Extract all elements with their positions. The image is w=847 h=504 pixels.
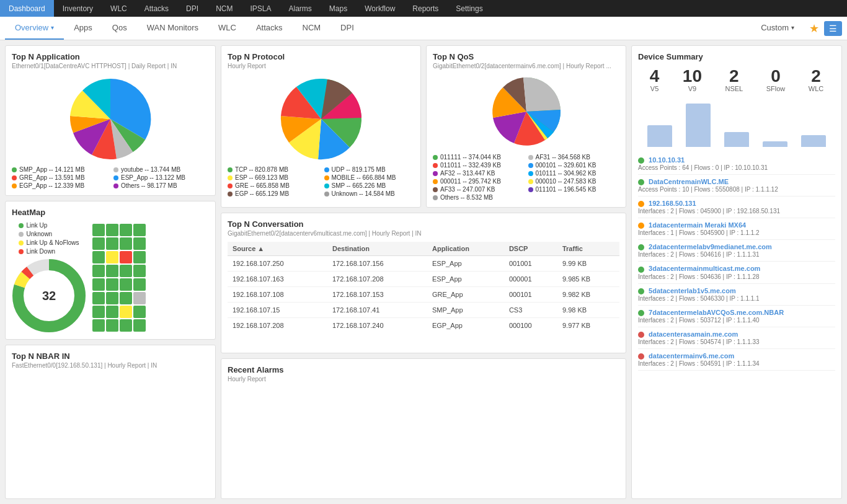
legend-dot bbox=[433, 171, 438, 176]
table-row[interactable]: 192.168.107.250 172.168.107.156 ESP_App … bbox=[228, 256, 619, 272]
table-row[interactable]: 192.168.107.108 172.168.107.153 GRE_App … bbox=[228, 287, 619, 303]
topn-qos-subtitle: GigabitEthernet0/2[datacentermainv6.me.c… bbox=[433, 63, 619, 69]
heatmap-cell bbox=[120, 224, 132, 236]
chevron-down-icon: ▾ bbox=[791, 24, 794, 31]
subnav-ncm[interactable]: NCM bbox=[293, 17, 331, 40]
legend-dot bbox=[528, 171, 533, 176]
cell-source: 192.168.107.108 bbox=[228, 287, 327, 303]
legend-item: Unknown -- 14.584 MB bbox=[324, 190, 415, 197]
device-list-item[interactable]: 7datacentermelabAVCQoS.me.com.NBAR Inter… bbox=[638, 306, 835, 327]
cell-application: EGP_App bbox=[427, 318, 504, 334]
nav-dashboard[interactable]: Dashboard bbox=[0, 0, 54, 17]
legend-item: 011101 -- 196.545 KB bbox=[528, 186, 620, 193]
device-info: Interfaces : 2 | Flows : 504616 | IP : 1… bbox=[638, 251, 835, 258]
favorite-button[interactable]: ★ bbox=[809, 22, 819, 35]
chevron-down-icon: ▾ bbox=[51, 24, 54, 31]
heatmap-cell bbox=[92, 251, 105, 263]
device-list-item[interactable]: DataCentremainWLC.ME Access Points : 10 … bbox=[638, 175, 835, 197]
subnav-overview[interactable]: Overview ▾ bbox=[5, 17, 64, 40]
table-row[interactable]: 192.168.107.208 172.168.107.240 EGP_App … bbox=[228, 318, 619, 334]
layout-button[interactable]: ☰ bbox=[824, 21, 842, 36]
nav-attacks[interactable]: Attacks bbox=[136, 0, 177, 17]
legend-dot bbox=[324, 183, 329, 188]
topn-qos-chart bbox=[433, 74, 619, 149]
nav-inventory[interactable]: Inventory bbox=[54, 0, 102, 17]
legend-dot bbox=[12, 175, 17, 180]
device-status-icon bbox=[638, 310, 644, 316]
device-bar bbox=[647, 125, 672, 147]
device-list-item[interactable]: 10.10.10.31 Access Points : 64 | Flows :… bbox=[638, 153, 835, 175]
device-list-item[interactable]: datacenterasamain.me.com Interfaces : 2 … bbox=[638, 327, 835, 349]
device-bar bbox=[763, 141, 787, 147]
device-list-item[interactable]: 192.168.50.131 Interfaces : 2 | Flows : … bbox=[638, 197, 835, 218]
heatmap-cell bbox=[92, 292, 105, 304]
device-info: Access Points : 10 | Flows : 5550808 | I… bbox=[638, 186, 835, 193]
heatmap-cell bbox=[92, 237, 105, 250]
right-column: Device Summary 4 V5 10 V9 2 NSEL 0 SFlow bbox=[631, 45, 842, 499]
device-list-item[interactable]: datacentermainv6.me.com Interfaces : 2 |… bbox=[638, 349, 835, 371]
legend-item: youtube -- 13.744 MB bbox=[113, 166, 209, 173]
heatmap-cell bbox=[106, 306, 118, 318]
heatmap-cell bbox=[133, 265, 146, 277]
table-row[interactable]: 192.168.107.163 172.168.107.208 ESP_App … bbox=[228, 272, 619, 287]
legend-dot bbox=[12, 167, 17, 172]
subnav-apps[interactable]: Apps bbox=[64, 17, 102, 40]
nav-ncm[interactable]: NCM bbox=[207, 0, 241, 17]
heatmap-content: Link Up Unknown Link Up & NoFlows L bbox=[12, 222, 209, 333]
legend-item: Link Down bbox=[19, 248, 79, 255]
count-nsel: 2 NSEL bbox=[725, 68, 743, 92]
legend-dot bbox=[19, 241, 24, 245]
device-list-item[interactable]: 5datacenterlab1v5.me.com Interfaces : 2 … bbox=[638, 284, 835, 306]
table-row[interactable]: 192.168.107.15 172.168.107.41 SMP_App CS… bbox=[228, 303, 619, 318]
subnav-dpi[interactable]: DPI bbox=[330, 17, 364, 40]
heatmap-cell bbox=[120, 265, 132, 277]
subnav-qos[interactable]: Qos bbox=[102, 17, 137, 40]
legend-dot bbox=[113, 175, 118, 180]
device-bar bbox=[724, 132, 749, 148]
nav-ipsla[interactable]: IPSLA bbox=[241, 0, 280, 17]
col-traffic: Traffic bbox=[557, 242, 619, 256]
nav-dpi[interactable]: DPI bbox=[177, 0, 207, 17]
legend-dot bbox=[433, 195, 438, 200]
legend-dot bbox=[528, 163, 533, 168]
legend-dot bbox=[228, 167, 233, 172]
topn-nbar-subtitle: FastEthernet0/0[192.168.50.131] | Hourly… bbox=[12, 362, 209, 369]
heatmap-cell bbox=[120, 237, 132, 250]
legend-item: Others -- 98.177 MB bbox=[113, 182, 209, 189]
legend-dot bbox=[19, 232, 24, 237]
device-list-item[interactable]: 1datacentermain Meraki MX64 Interfaces :… bbox=[638, 218, 835, 240]
legend-dot bbox=[433, 179, 438, 184]
subnav-custom[interactable]: Custom ▾ bbox=[751, 23, 804, 33]
subnav-wan-monitors[interactable]: WAN Monitors bbox=[137, 17, 208, 40]
nav-workflow[interactable]: Workflow bbox=[356, 0, 404, 17]
topn-qos-legend: 011111 -- 374.044 KB AF31 -- 364.568 KB … bbox=[433, 154, 619, 201]
device-list-item[interactable]: 2datacentermelabv9medianet.me.com Interf… bbox=[638, 240, 835, 262]
left-column: Top N Application Ethernet0/1[DataCentre… bbox=[5, 45, 216, 499]
device-name: 10.10.10.31 bbox=[638, 156, 835, 164]
nav-wlc[interactable]: WLC bbox=[102, 0, 136, 17]
device-info: Interfaces : 1 | Flows : 5045900 | IP : … bbox=[638, 229, 835, 236]
legend-item: GRE_App -- 13.591 MB bbox=[12, 174, 107, 181]
cell-dscp: 000100 bbox=[504, 318, 557, 334]
cell-dscp: CS3 bbox=[504, 303, 557, 318]
topn-app-subtitle: Ethernet0/1[DataCentreAVC HTTPHOST] | Da… bbox=[12, 63, 209, 69]
cell-source: 192.168.107.250 bbox=[228, 256, 327, 272]
nav-reports[interactable]: Reports bbox=[404, 0, 447, 17]
subnav-attacks[interactable]: Attacks bbox=[246, 17, 293, 40]
device-status-icon bbox=[638, 157, 644, 164]
subnav-wlc[interactable]: WLC bbox=[208, 17, 246, 40]
center-column: Top N Protocol Hourly Report bbox=[221, 45, 626, 499]
col-dscp: DSCP bbox=[504, 242, 557, 256]
nav-settings[interactable]: Settings bbox=[447, 0, 491, 17]
legend-item: TCP -- 820.878 MB bbox=[228, 166, 318, 173]
nav-alarms[interactable]: Alarms bbox=[280, 0, 320, 17]
legend-dot bbox=[433, 155, 438, 160]
cell-traffic: 9.98 KB bbox=[557, 303, 619, 318]
device-summary-title: Device Summary bbox=[638, 52, 835, 61]
top-navigation: Dashboard Inventory WLC Attacks DPI NCM … bbox=[0, 0, 847, 17]
device-list-item[interactable]: 3datacentermainmulticast.me.com Interfac… bbox=[638, 262, 835, 283]
legend-item: 010111 -- 304.962 KB bbox=[528, 170, 620, 177]
legend-item: AF33 -- 247.007 KB bbox=[433, 186, 525, 193]
nav-maps[interactable]: Maps bbox=[321, 0, 356, 17]
topn-application-card: Top N Application Ethernet0/1[DataCentre… bbox=[5, 45, 216, 196]
